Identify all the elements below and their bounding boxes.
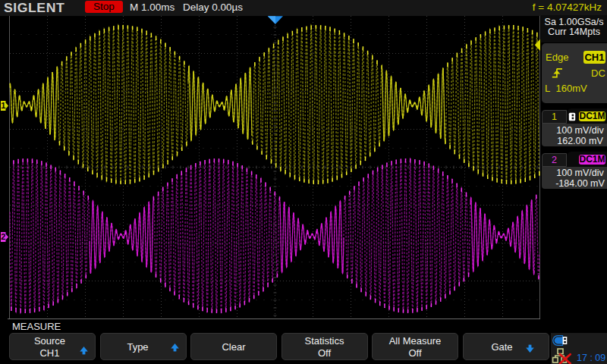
svg-text:1: 1 [1,101,5,110]
svg-text:2: 2 [1,232,5,241]
